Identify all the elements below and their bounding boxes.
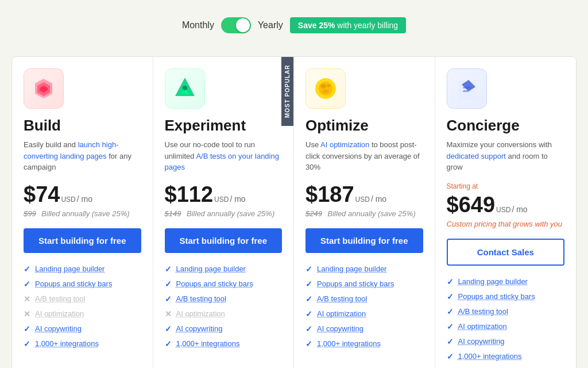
price-original-experiment: $149 — [165, 209, 181, 218]
desc-link-build[interactable]: launch high-converting landing pages — [24, 140, 119, 160]
plans-grid: Build Easily build and launch high-conve… — [11, 56, 577, 368]
plan-name-build: Build — [24, 117, 141, 135]
desc-link-optimize[interactable]: AI optimization — [320, 140, 369, 149]
billing-note-build: Billed annually (save 25%) — [41, 209, 129, 218]
feature-link-concierge-4[interactable]: AI copywriting — [458, 337, 505, 346]
price-usd-experiment: USD — [214, 195, 229, 204]
feature-link-optimize-4[interactable]: AI copywriting — [317, 324, 363, 333]
features-list-experiment: ✓ Landing page builder ✓ Popups and stic… — [165, 264, 283, 348]
feature-item-concierge-2: ✓ A/B testing tool — [447, 307, 565, 316]
plan-description-concierge: Maximize your conversions with dedicated… — [447, 139, 565, 173]
cta-button-optimize[interactable]: Start building for free — [305, 228, 423, 253]
feature-link-concierge-2[interactable]: A/B testing tool — [458, 307, 508, 316]
feature-item-optimize-2: ✓ A/B testing tool — [305, 294, 423, 304]
feature-item-optimize-4: ✓ AI copywriting — [305, 324, 423, 334]
price-usd-optimize: USD — [355, 195, 370, 204]
feature-link-optimize-3[interactable]: AI optimization — [317, 309, 366, 318]
plan-name-experiment: Experiment — [165, 117, 283, 135]
feature-link-optimize-5[interactable]: 1,000+ integrations — [317, 339, 381, 348]
cta-button-build[interactable]: Start building for free — [24, 228, 141, 253]
feature-link-experiment-0[interactable]: Landing page builder — [176, 264, 246, 273]
price-dollar-build: $74 — [24, 182, 60, 207]
cta-button-experiment[interactable]: Start building for free — [165, 228, 283, 253]
feature-link-build-2[interactable]: A/B testing tool — [35, 294, 85, 303]
feature-icon-experiment-2: ✓ — [165, 294, 172, 304]
feature-icon-build-4: ✓ — [24, 324, 30, 334]
price-main-build: $74 USD / mo — [24, 182, 141, 207]
features-list-build: ✓ Landing page builder ✓ Popups and stic… — [24, 264, 141, 348]
feature-item-experiment-4: ✓ AI copywriting — [165, 324, 283, 334]
feature-item-concierge-4: ✓ AI copywriting — [447, 337, 565, 346]
plan-description-optimize: Use AI optimization to boost post-click … — [305, 139, 423, 173]
feature-link-concierge-5[interactable]: 1,000+ integrations — [458, 352, 522, 361]
feature-item-concierge-1: ✓ Popups and sticky bars — [447, 292, 565, 301]
feature-link-experiment-3[interactable]: AI optimization — [176, 309, 225, 318]
price-per-experiment: / mo — [230, 194, 245, 204]
feature-icon-experiment-1: ✓ — [165, 279, 172, 289]
feature-link-optimize-2[interactable]: A/B testing tool — [317, 294, 367, 303]
feature-link-optimize-1[interactable]: Popups and sticky bars — [317, 279, 394, 288]
feature-icon-optimize-3: ✓ — [305, 309, 312, 319]
monthly-label: Monthly — [182, 20, 214, 30]
feature-link-experiment-2[interactable]: A/B testing tool — [176, 294, 226, 303]
feature-item-experiment-0: ✓ Landing page builder — [165, 264, 283, 274]
starting-at-concierge: Starting at — [447, 182, 565, 190]
price-usd-build: USD — [61, 195, 75, 204]
price-dollar-optimize: $187 — [305, 182, 354, 207]
price-main-concierge: $649 USD / mo — [447, 193, 565, 217]
price-main-experiment: $112 USD / mo — [165, 182, 283, 207]
feature-icon-experiment-4: ✓ — [165, 324, 172, 334]
billing-toggle[interactable] — [221, 17, 251, 33]
feature-link-build-4[interactable]: AI copywriting — [35, 324, 82, 333]
feature-icon-build-0: ✓ — [24, 264, 30, 274]
feature-item-concierge-3: ✓ AI optimization — [447, 322, 565, 331]
feature-link-build-0[interactable]: Landing page builder — [35, 264, 105, 273]
plan-icon-optimize — [305, 68, 346, 109]
toggle-knob — [236, 18, 250, 32]
feature-item-experiment-1: ✓ Popups and sticky bars — [165, 279, 283, 289]
feature-item-build-1: ✓ Popups and sticky bars — [24, 279, 141, 289]
plan-card-optimize: Optimize Use AI optimization to boost po… — [294, 57, 435, 368]
feature-icon-build-2: ✕ — [24, 294, 30, 304]
feature-link-build-1[interactable]: Popups and sticky bars — [35, 279, 112, 288]
features-list-concierge: ✓ Landing page builder ✓ Popups and stic… — [447, 277, 565, 361]
feature-icon-optimize-5: ✓ — [305, 339, 312, 348]
feature-icon-experiment-5: ✓ — [165, 339, 172, 348]
price-billing-optimize: $249 Billed annually (save 25%) — [305, 209, 423, 218]
feature-link-experiment-1[interactable]: Popups and sticky bars — [176, 279, 253, 288]
feature-link-concierge-3[interactable]: AI optimization — [458, 322, 507, 331]
svg-point-9 — [320, 84, 326, 89]
svg-rect-14 — [463, 90, 469, 92]
cta-button-concierge[interactable]: Contact Sales — [447, 239, 565, 266]
feature-item-optimize-0: ✓ Landing page builder — [305, 264, 423, 274]
desc-link-concierge[interactable]: dedicated support — [447, 152, 506, 160]
feature-link-experiment-4[interactable]: AI copywriting — [176, 324, 223, 333]
plan-icon-concierge — [447, 68, 487, 109]
price-original-build: $99 — [24, 209, 36, 218]
price-per-build: / mo — [77, 194, 92, 204]
save-badge: Save 25% with yearly billing — [290, 17, 406, 33]
feature-icon-concierge-3: ✓ — [447, 322, 454, 331]
feature-link-build-5[interactable]: 1,000+ integrations — [35, 339, 99, 348]
feature-link-optimize-0[interactable]: Landing page builder — [317, 264, 386, 273]
feature-icon-optimize-1: ✓ — [305, 279, 312, 289]
feature-icon-build-1: ✓ — [24, 279, 30, 289]
price-billing-experiment: $149 Billed annually (save 25%) — [165, 209, 283, 218]
feature-icon-optimize-0: ✓ — [305, 264, 312, 274]
feature-link-experiment-5[interactable]: 1,000+ integrations — [176, 339, 240, 348]
feature-link-concierge-1[interactable]: Popups and sticky bars — [458, 292, 535, 301]
price-per-optimize: / mo — [371, 194, 386, 204]
feature-icon-concierge-5: ✓ — [447, 352, 454, 361]
feature-item-optimize-1: ✓ Popups and sticky bars — [305, 279, 423, 289]
plan-card-build: Build Easily build and launch high-conve… — [12, 57, 153, 368]
feature-icon-optimize-2: ✓ — [305, 294, 312, 304]
feature-icon-concierge-2: ✓ — [447, 307, 454, 316]
feature-item-optimize-5: ✓ 1,000+ integrations — [305, 339, 423, 348]
feature-item-build-3: ✕ AI optimization — [24, 309, 141, 319]
desc-link-experiment[interactable]: A/B tests on your landing pages — [165, 152, 279, 172]
svg-point-6 — [183, 86, 187, 90]
feature-link-build-3[interactable]: AI optimization — [35, 309, 84, 318]
feature-link-concierge-0[interactable]: Landing page builder — [458, 277, 528, 286]
feature-icon-experiment-0: ✓ — [165, 264, 172, 274]
most-popular-badge: MOST POPULAR — [281, 57, 293, 126]
